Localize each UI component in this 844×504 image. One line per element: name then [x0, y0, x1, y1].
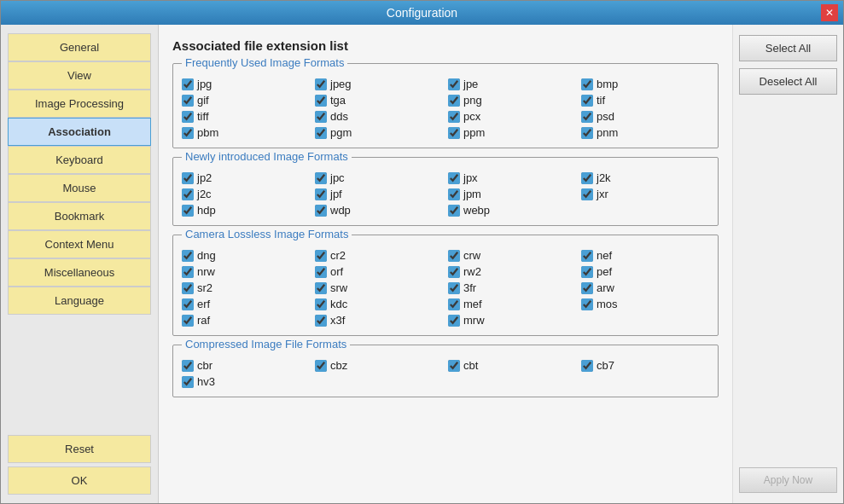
label-3fr[interactable]: 3fr	[463, 281, 476, 294]
label-pcx[interactable]: pcx	[463, 110, 480, 123]
label-srw[interactable]: srw	[330, 281, 347, 294]
checkbox-cb7[interactable]	[581, 360, 593, 372]
label-crw[interactable]: crw	[463, 249, 480, 262]
checkbox-raf[interactable]	[182, 315, 194, 327]
checkbox-rw2[interactable]	[448, 266, 460, 278]
checkbox-cbz[interactable]	[315, 360, 327, 372]
checkbox-webp[interactable]	[448, 205, 460, 217]
label-tif[interactable]: tif	[597, 94, 605, 107]
checkbox-mos[interactable]	[581, 298, 593, 310]
label-sr2[interactable]: sr2	[197, 281, 212, 294]
checkbox-3fr[interactable]	[448, 282, 460, 294]
checkbox-tif[interactable]	[581, 95, 593, 107]
label-jpx[interactable]: jpx	[463, 171, 478, 184]
label-hv3[interactable]: hv3	[197, 375, 215, 388]
label-dds[interactable]: dds	[330, 110, 348, 123]
label-jp2[interactable]: jp2	[197, 171, 212, 184]
label-psd[interactable]: psd	[597, 110, 614, 123]
label-gif[interactable]: gif	[197, 94, 209, 107]
checkbox-cr2[interactable]	[315, 250, 327, 262]
sidebar-item-general[interactable]: General	[8, 33, 151, 61]
label-cbr[interactable]: cbr	[197, 359, 212, 372]
checkbox-pgm[interactable]	[315, 127, 327, 139]
sidebar-item-image-processing[interactable]: Image Processing	[8, 90, 151, 118]
label-jpf[interactable]: jpf	[330, 188, 342, 200]
checkbox-crw[interactable]	[448, 250, 460, 262]
label-pbm[interactable]: pbm	[197, 126, 218, 139]
checkbox-erf[interactable]	[182, 298, 194, 310]
checkbox-pef[interactable]	[581, 266, 593, 278]
label-jpm[interactable]: jpm	[463, 188, 481, 200]
label-pnm[interactable]: pnm	[597, 126, 618, 139]
sidebar-item-mouse[interactable]: Mouse	[8, 174, 151, 202]
checkbox-j2k[interactable]	[581, 172, 593, 184]
label-bmp[interactable]: bmp	[597, 78, 618, 90]
checkbox-mrw[interactable]	[448, 315, 460, 327]
label-mrw[interactable]: mrw	[463, 314, 485, 327]
label-dng[interactable]: dng	[197, 249, 216, 262]
checkbox-hv3[interactable]	[182, 376, 194, 388]
label-tiff[interactable]: tiff	[197, 110, 209, 123]
checkbox-dng[interactable]	[182, 250, 194, 262]
sidebar-item-keyboard[interactable]: Keyboard	[8, 146, 151, 174]
label-pgm[interactable]: pgm	[330, 126, 352, 139]
checkbox-pcx[interactable]	[448, 111, 460, 123]
checkbox-arw[interactable]	[581, 282, 593, 294]
checkbox-jpx[interactable]	[448, 172, 460, 184]
label-jpc[interactable]: jpc	[330, 171, 345, 184]
checkbox-jpm[interactable]	[448, 188, 460, 200]
label-cb7[interactable]: cb7	[597, 359, 614, 372]
checkbox-mef[interactable]	[448, 298, 460, 310]
label-orf[interactable]: orf	[330, 265, 343, 278]
label-jxr[interactable]: jxr	[597, 188, 608, 200]
label-nef[interactable]: nef	[597, 249, 612, 262]
label-hdp[interactable]: hdp	[197, 204, 216, 217]
checkbox-nef[interactable]	[581, 250, 593, 262]
label-ppm[interactable]: ppm	[463, 126, 485, 139]
label-kdc[interactable]: kdc	[330, 298, 347, 310]
checkbox-sr2[interactable]	[182, 282, 194, 294]
label-j2k[interactable]: j2k	[597, 171, 611, 184]
checkbox-jxr[interactable]	[581, 188, 593, 200]
label-mos[interactable]: mos	[597, 298, 618, 310]
checkbox-jpf[interactable]	[315, 188, 327, 200]
sidebar-item-context-menu[interactable]: Context Menu	[8, 230, 151, 258]
label-j2c[interactable]: j2c	[197, 188, 212, 200]
checkbox-cbt[interactable]	[448, 360, 460, 372]
apply-now-button[interactable]: Apply Now	[739, 467, 837, 493]
label-mef[interactable]: mef	[463, 298, 482, 310]
label-webp[interactable]: webp	[463, 204, 490, 217]
reset-button[interactable]: Reset	[8, 435, 151, 463]
sidebar-item-view[interactable]: View	[8, 61, 151, 90]
checkbox-x3f[interactable]	[315, 315, 327, 327]
checkbox-jpeg[interactable]	[315, 78, 327, 90]
deselect-all-button[interactable]: Deselect All	[739, 68, 837, 95]
label-jpe[interactable]: jpe	[463, 78, 478, 90]
label-jpg[interactable]: jpg	[197, 78, 212, 90]
label-pef[interactable]: pef	[597, 265, 612, 278]
close-button[interactable]: ✕	[821, 4, 838, 21]
label-tga[interactable]: tga	[330, 94, 346, 107]
label-cbz[interactable]: cbz	[330, 359, 347, 372]
sidebar-item-association[interactable]: Association	[8, 118, 151, 146]
label-cr2[interactable]: cr2	[330, 249, 346, 262]
checkbox-nrw[interactable]	[182, 266, 194, 278]
checkbox-jp2[interactable]	[182, 172, 194, 184]
label-cbt[interactable]: cbt	[463, 359, 478, 372]
label-x3f[interactable]: x3f	[330, 314, 345, 327]
sidebar-item-miscellaneous[interactable]: Miscellaneous	[8, 258, 151, 287]
checkbox-j2c[interactable]	[182, 188, 194, 200]
label-raf[interactable]: raf	[197, 314, 210, 327]
label-jpeg[interactable]: jpeg	[330, 78, 352, 90]
checkbox-tga[interactable]	[315, 95, 327, 107]
checkbox-srw[interactable]	[315, 282, 327, 294]
checkbox-jpc[interactable]	[315, 172, 327, 184]
checkbox-cbr[interactable]	[182, 360, 194, 372]
checkbox-dds[interactable]	[315, 111, 327, 123]
label-wdp[interactable]: wdp	[330, 204, 351, 217]
ok-button[interactable]: OK	[8, 466, 151, 495]
label-arw[interactable]: arw	[597, 281, 614, 294]
checkbox-jpe[interactable]	[448, 78, 460, 90]
checkbox-jpg[interactable]	[182, 78, 194, 90]
label-erf[interactable]: erf	[197, 298, 210, 310]
